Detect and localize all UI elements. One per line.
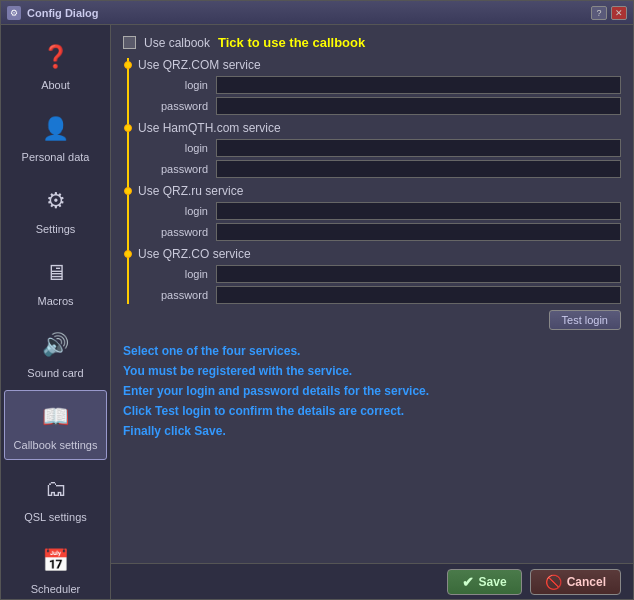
callbook-header: Use calbook Tick to use the callbook	[123, 35, 621, 50]
qsl-settings-icon: 🗂	[38, 471, 74, 507]
cancel-icon: 🚫	[545, 574, 562, 590]
hamqth-login-input[interactable]	[216, 139, 621, 157]
service-qrz-ru: Use QRZ.ru service login password	[137, 184, 621, 241]
main-content: ❓ About 👤 Personal data ⚙ Settings 🖥 Mac…	[1, 25, 633, 599]
config-dialog-window: ⚙ Config Dialog ? ✕ ❓ About 👤 Personal d…	[0, 0, 634, 600]
qrzco-login-label: login	[153, 268, 208, 280]
sidebar-label-macros: Macros	[37, 295, 73, 307]
sidebar-item-personal-data[interactable]: 👤 Personal data	[4, 102, 107, 172]
qrz-ru-password-row: password	[153, 223, 621, 241]
service-label-qrzco: Use QRZ.CO service	[138, 247, 251, 261]
callbook-hint: Tick to use the callbook	[218, 35, 365, 50]
hamqth-login-label: login	[153, 142, 208, 154]
bottom-bar: ✔ Save 🚫 Cancel	[111, 563, 633, 599]
service-dot-qrz-com	[124, 61, 132, 69]
services-container: Use QRZ.COM service login password	[127, 58, 621, 304]
instruction-2: You must be registered with the service.	[123, 364, 621, 378]
service-dot-hamqth	[124, 124, 132, 132]
use-callbook-checkbox[interactable]	[123, 36, 136, 49]
panel: Use calbook Tick to use the callbook Use…	[111, 25, 633, 599]
qrz-com-login-row: login	[153, 76, 621, 94]
sidebar-item-about[interactable]: ❓ About	[4, 30, 107, 100]
sidebar-label-personal-data: Personal data	[22, 151, 90, 163]
qrzco-login-input[interactable]	[216, 265, 621, 283]
sidebar-label-about: About	[41, 79, 70, 91]
test-login-row: Test login	[123, 310, 621, 330]
sidebar-label-callbook-settings: Callbook settings	[14, 439, 98, 451]
titlebar-controls: ? ✕	[591, 6, 627, 20]
instruction-4: Click Test login to confirm the details …	[123, 404, 621, 418]
sidebar-item-qsl-settings[interactable]: 🗂 QSL settings	[4, 462, 107, 532]
sidebar-label-qsl-settings: QSL settings	[24, 511, 87, 523]
titlebar-left: ⚙ Config Dialog	[7, 6, 99, 20]
cancel-button[interactable]: 🚫 Cancel	[530, 569, 621, 595]
qrzco-login-row: login	[153, 265, 621, 283]
instruction-5: Finally click Save.	[123, 424, 621, 438]
hamqth-login-row: login	[153, 139, 621, 157]
titlebar: ⚙ Config Dialog ? ✕	[1, 1, 633, 25]
sidebar: ❓ About 👤 Personal data ⚙ Settings 🖥 Mac…	[1, 25, 111, 599]
about-icon: ❓	[38, 39, 74, 75]
hamqth-password-label: password	[153, 163, 208, 175]
service-qrzco-header: Use QRZ.CO service	[137, 247, 621, 261]
save-button[interactable]: ✔ Save	[447, 569, 522, 595]
qrz-ru-login-input[interactable]	[216, 202, 621, 220]
service-label-qrz-ru: Use QRZ.ru service	[138, 184, 243, 198]
instruction-3: Enter your login and password details fo…	[123, 384, 621, 398]
service-qrz-com: Use QRZ.COM service login password	[137, 58, 621, 115]
sidebar-item-macros[interactable]: 🖥 Macros	[4, 246, 107, 316]
service-label-hamqth: Use HamQTH.com service	[138, 121, 281, 135]
test-login-button[interactable]: Test login	[549, 310, 621, 330]
sidebar-item-scheduler[interactable]: 📅 Scheduler	[4, 534, 107, 599]
qrz-ru-password-label: password	[153, 226, 208, 238]
qrzco-password-label: password	[153, 289, 208, 301]
service-qrz-ru-fields: login password	[137, 202, 621, 241]
scheduler-icon: 📅	[38, 543, 74, 579]
qrz-com-password-input[interactable]	[216, 97, 621, 115]
close-button[interactable]: ✕	[611, 6, 627, 20]
macros-icon: 🖥	[38, 255, 74, 291]
panel-body: Use calbook Tick to use the callbook Use…	[111, 25, 633, 563]
service-dot-qrzco	[124, 250, 132, 258]
window-icon: ⚙	[7, 6, 21, 20]
qrz-com-login-input[interactable]	[216, 76, 621, 94]
sidebar-label-sound-card: Sound card	[27, 367, 83, 379]
sidebar-item-settings[interactable]: ⚙ Settings	[4, 174, 107, 244]
qrz-ru-login-label: login	[153, 205, 208, 217]
save-label: Save	[479, 575, 507, 589]
sidebar-item-sound-card[interactable]: 🔊 Sound card	[4, 318, 107, 388]
sidebar-label-scheduler: Scheduler	[31, 583, 81, 595]
service-hamqth-header: Use HamQTH.com service	[137, 121, 621, 135]
sound-card-icon: 🔊	[38, 327, 74, 363]
hamqth-password-row: password	[153, 160, 621, 178]
personal-data-icon: 👤	[38, 111, 74, 147]
service-qrz-com-fields: login password	[137, 76, 621, 115]
service-qrz-com-header: Use QRZ.COM service	[137, 58, 621, 72]
use-callbook-label: Use calbook	[144, 36, 210, 50]
qrzco-password-input[interactable]	[216, 286, 621, 304]
qrzco-password-row: password	[153, 286, 621, 304]
window-title: Config Dialog	[27, 7, 99, 19]
instructions: Select one of the four services. You mus…	[123, 338, 621, 450]
sidebar-label-settings: Settings	[36, 223, 76, 235]
qrz-com-password-row: password	[153, 97, 621, 115]
service-hamqth-fields: login password	[137, 139, 621, 178]
service-qrzco-fields: login password	[137, 265, 621, 304]
help-button[interactable]: ?	[591, 6, 607, 20]
service-qrzco: Use QRZ.CO service login password	[137, 247, 621, 304]
save-icon: ✔	[462, 574, 474, 590]
sidebar-item-callbook-settings[interactable]: 📖 Callbook settings	[4, 390, 107, 460]
qrz-com-password-label: password	[153, 100, 208, 112]
instruction-1: Select one of the four services.	[123, 344, 621, 358]
service-label-qrz-com: Use QRZ.COM service	[138, 58, 261, 72]
qrz-ru-password-input[interactable]	[216, 223, 621, 241]
service-hamqth: Use HamQTH.com service login password	[137, 121, 621, 178]
service-qrz-ru-header: Use QRZ.ru service	[137, 184, 621, 198]
cancel-label: Cancel	[567, 575, 606, 589]
service-dot-qrz-ru	[124, 187, 132, 195]
hamqth-password-input[interactable]	[216, 160, 621, 178]
qrz-com-login-label: login	[153, 79, 208, 91]
qrz-ru-login-row: login	[153, 202, 621, 220]
callbook-settings-icon: 📖	[38, 399, 74, 435]
settings-icon: ⚙	[38, 183, 74, 219]
